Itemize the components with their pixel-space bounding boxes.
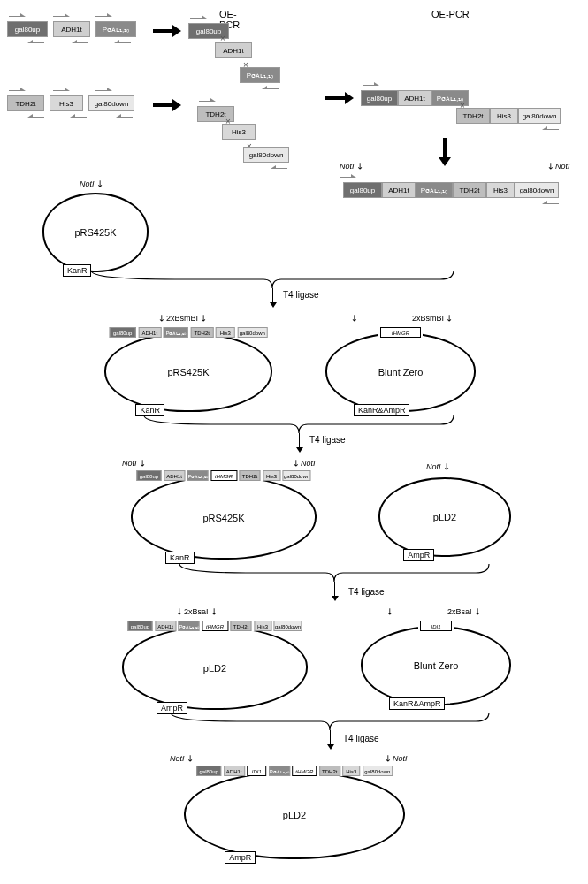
plasmid-bluntzero-idi1: Blunt Zero KanR&AmpR IDI1 ↙ 2xBsaI↘ [361, 626, 511, 705]
frag-tdh2t: TDH2t [7, 95, 44, 111]
frag-thmgr: tHMGR [380, 327, 421, 338]
full-linear-cassette: NotI↘ ↙NotI gal80up ADH1t Pɢᴀʟ₁,₁₀ TDH2t… [343, 175, 559, 205]
cloning-workflow-diagram: OE-PCR gal80up ADH1t Pɢᴀʟ₁,₁₀ gal80up × … [7, 7, 581, 873]
t4-label-3: T4 ligase [348, 587, 385, 597]
frag-pgal: Pɢᴀʟ₁,₁₀ [95, 21, 136, 37]
stair-up: gal80up × ADH1t × Pɢᴀʟ₁,₁₀ [188, 16, 229, 39]
plasmid-prs425k-insert2: pRS425K KanR gal80up ADH1t Pɢᴀʟ₁,₁₀ tHMG… [131, 476, 317, 560]
oepcr-label-2: OE-PCR [431, 9, 470, 19]
plasmid-pld2-insert1: pLD2 AmpR gal80up ADH1t Pɢᴀʟ₁,₁₀ tHMGR T… [122, 626, 308, 710]
t4-label-2: T4 ligase [309, 435, 346, 445]
frag-gal80up: gal80up [7, 21, 48, 37]
plasmid-prs425k: pRS425K KanR NotI↘ [42, 193, 149, 272]
plasmid-name: pRS425K [74, 227, 116, 238]
oe-pcr-left-group: OE-PCR gal80up ADH1t Pɢᴀʟ₁,₁₀ [7, 14, 136, 44]
t4-label-4: T4 ligase [343, 734, 379, 743]
frag-his3: His3 [50, 95, 83, 111]
plasmid-pld2-final: pLD2 AmpR gal80up ADH1t IDI1 Pɢᴀʟ₁,₁₀ tH… [184, 771, 405, 859]
frag-adh1t: ADH1t [53, 21, 90, 37]
cassette-upstream-left: gal80up ADH1t Pɢᴀʟ₁,₁₀ [7, 21, 136, 37]
cassette-downstream-left: TDH2t His3 gal80down [7, 95, 134, 111]
t4-label-1: T4 ligase [283, 290, 319, 300]
oe-pcr-left-group2: TDH2t His3 gal80down [7, 88, 134, 118]
plasmid-pld2-empty: pLD2 AmpR NotI↘ [378, 477, 511, 557]
stair-down: TDH2t × His3 × gal80down [197, 99, 234, 122]
stair-full: gal80up ADH1t Pɢᴀʟ₁,₁₀ × TDH2t His3 gal8… [361, 83, 469, 106]
plasmid-bluntzero-thmgr: Blunt Zero KanR&AmpR tHMGR ↙ 2xBsmBI↘ [325, 332, 476, 412]
plasmid-prs425k-insert1: pRS425K KanR gal80up ADH1t Pɢᴀʟ₁,₁₀ TDH2… [104, 332, 272, 412]
frag-idi1: IDI1 [420, 621, 452, 631]
frag-gal80down: gal80down [88, 95, 134, 111]
